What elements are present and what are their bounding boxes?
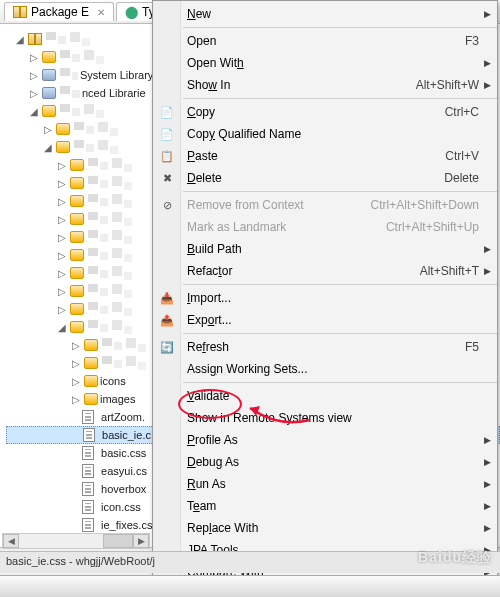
expander-icon[interactable]: ◢	[14, 34, 26, 45]
submenu-arrow-icon: ▶	[484, 457, 491, 467]
expander-icon[interactable]: ▷	[70, 394, 82, 405]
expander-icon[interactable]: ▷	[70, 376, 82, 387]
expander-icon[interactable]: ▷	[56, 286, 68, 297]
scroll-thumb[interactable]	[103, 534, 133, 548]
export-icon: 📤	[153, 314, 181, 327]
expander-icon[interactable]: ▷	[70, 358, 82, 369]
redacted-text	[102, 338, 146, 352]
menu-open[interactable]: OpenF3	[153, 30, 497, 52]
menu-refresh[interactable]: 🔄RefreshF5	[153, 336, 497, 358]
expander-icon[interactable]: ▷	[56, 178, 68, 189]
menu-refactor[interactable]: RefactorAlt+Shift+T▶	[153, 260, 497, 282]
tree-label: images	[100, 393, 135, 405]
context-menu: NNewew▶ OpenF3 Open With▶ Show InAlt+Shi…	[152, 0, 498, 597]
tree-label: easyui.cs	[101, 465, 147, 477]
tree-label: ie_fixes.cs	[101, 519, 152, 531]
redacted-text	[102, 356, 146, 370]
horizontal-scrollbar[interactable]: ◀ ▶	[2, 533, 150, 549]
library-icon	[42, 69, 56, 81]
submenu-arrow-icon: ▶	[484, 501, 491, 511]
menu-show-in[interactable]: Show InAlt+Shift+W▶	[153, 74, 497, 96]
tree-label: hoverbox	[101, 483, 146, 495]
expander-icon[interactable]: ▷	[56, 304, 68, 315]
file-icon	[82, 464, 94, 478]
package-icon	[13, 6, 27, 18]
menu-build-path[interactable]: Build Path▶	[153, 238, 497, 260]
folder-icon	[70, 249, 84, 261]
close-icon[interactable]: ✕	[97, 7, 105, 18]
folder-icon	[70, 231, 84, 243]
menu-validate[interactable]: Validate	[153, 385, 497, 407]
file-icon	[83, 428, 95, 442]
menu-debug-as[interactable]: Debug As▶	[153, 451, 497, 473]
folder-icon	[70, 321, 84, 333]
folder-icon	[70, 285, 84, 297]
tree-label: icon.css	[101, 501, 141, 513]
menu-new[interactable]: NNewew▶	[153, 3, 497, 25]
type-icon: ⬤	[125, 5, 138, 19]
package-icon	[28, 33, 42, 45]
scroll-left-button[interactable]: ◀	[3, 534, 19, 548]
menu-profile-as[interactable]: Profile As▶	[153, 429, 497, 451]
file-icon	[82, 410, 94, 424]
menu-import[interactable]: 📥Import...	[153, 287, 497, 309]
file-icon	[82, 500, 94, 514]
menu-run-as[interactable]: Run As▶	[153, 473, 497, 495]
expander-icon[interactable]: ▷	[28, 52, 40, 63]
menu-team[interactable]: Team▶	[153, 495, 497, 517]
file-icon	[82, 482, 94, 496]
library-icon	[42, 87, 56, 99]
expander-icon[interactable]: ◢	[56, 322, 68, 333]
folder-icon	[56, 141, 70, 153]
remove-icon: ⊘	[153, 199, 181, 212]
tree-label: nced Librarie	[82, 87, 146, 99]
delete-icon: ✖	[153, 172, 181, 185]
expander-icon[interactable]: ▷	[56, 232, 68, 243]
menu-copy-qualified[interactable]: 📄Copy Qualified Name	[153, 123, 497, 145]
submenu-arrow-icon: ▶	[484, 266, 491, 276]
redacted-text	[88, 212, 132, 226]
separator	[183, 191, 497, 192]
tab-label: Package E	[31, 5, 89, 19]
expander-icon[interactable]: ▷	[56, 196, 68, 207]
expander-icon[interactable]: ◢	[28, 106, 40, 117]
taskbar	[0, 575, 500, 597]
redacted-text	[74, 140, 118, 154]
folder-icon	[42, 51, 56, 63]
expander-icon[interactable]: ▷	[28, 88, 40, 99]
folder-icon	[70, 303, 84, 315]
expander-icon[interactable]: ▷	[70, 340, 82, 351]
menu-delete[interactable]: ✖DeleteDelete	[153, 167, 497, 189]
folder-icon	[70, 213, 84, 225]
menu-open-with[interactable]: Open With▶	[153, 52, 497, 74]
expander-icon[interactable]: ▷	[56, 160, 68, 171]
folder-icon	[70, 159, 84, 171]
expander-icon[interactable]: ▷	[28, 70, 40, 81]
menu-export[interactable]: 📤Export...	[153, 309, 497, 331]
tree-label: basic.css	[101, 447, 146, 459]
expander-icon[interactable]: ▷	[56, 250, 68, 261]
separator	[183, 284, 497, 285]
menu-assign-working-sets[interactable]: Assign Working Sets...	[153, 358, 497, 380]
folder-icon	[42, 105, 56, 117]
separator	[183, 333, 497, 334]
expander-icon[interactable]: ▷	[56, 214, 68, 225]
expander-icon[interactable]: ▷	[56, 268, 68, 279]
menu-remove-context: ⊘Remove from ContextCtrl+Alt+Shift+Down	[153, 194, 497, 216]
redacted-text	[88, 320, 132, 334]
menu-copy[interactable]: 📄CopyCtrl+C	[153, 101, 497, 123]
expander-icon[interactable]: ▷	[42, 124, 54, 135]
redacted-text	[88, 248, 132, 262]
menu-show-remote[interactable]: Show in Remote Systems view	[153, 407, 497, 429]
tab-package-explorer[interactable]: Package E ✕	[4, 2, 114, 21]
tree-label: System Library	[80, 69, 153, 81]
expander-icon[interactable]: ◢	[42, 142, 54, 153]
copy-icon: 📄	[153, 128, 181, 141]
scroll-track[interactable]	[19, 534, 103, 548]
menu-replace-with[interactable]: Replace With▶	[153, 517, 497, 539]
tree-label: basic_ie.c	[102, 429, 151, 441]
status-text: basic_ie.css - whgjj/WebRoot/j	[6, 555, 155, 567]
scroll-right-button[interactable]: ▶	[133, 534, 149, 548]
menu-paste[interactable]: 📋PasteCtrl+V	[153, 145, 497, 167]
submenu-arrow-icon: ▶	[484, 244, 491, 254]
